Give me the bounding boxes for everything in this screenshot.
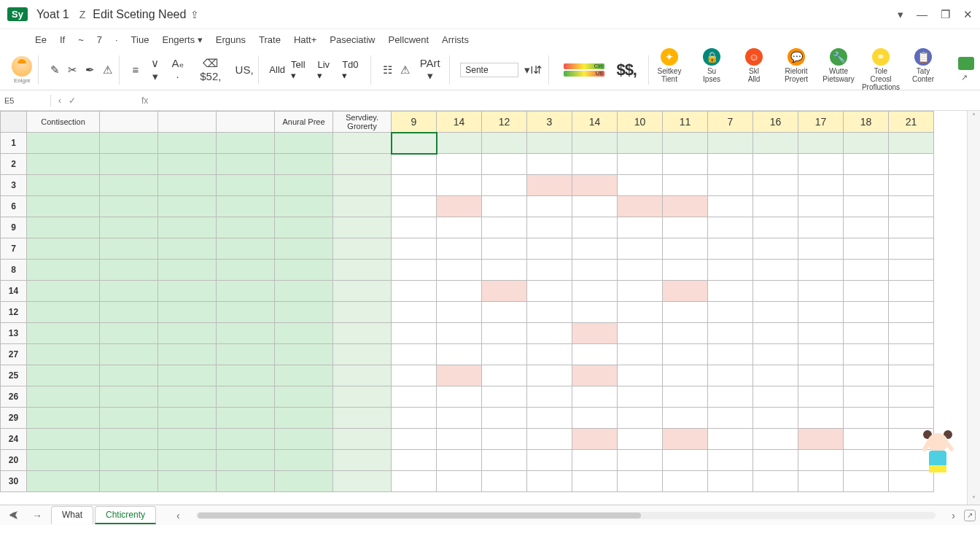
cell[interactable] bbox=[482, 323, 527, 344]
cell[interactable] bbox=[217, 365, 275, 386]
formula-input[interactable] bbox=[155, 94, 980, 107]
cell[interactable] bbox=[527, 133, 572, 154]
row-header[interactable]: 2 bbox=[1, 154, 27, 175]
cell[interactable] bbox=[572, 408, 618, 429]
cell[interactable] bbox=[158, 365, 217, 386]
wrap-button[interactable]: PArt ▾ bbox=[416, 57, 443, 82]
cell[interactable] bbox=[844, 450, 889, 471]
cell[interactable] bbox=[844, 260, 889, 281]
column-header[interactable] bbox=[100, 112, 158, 133]
document-title[interactable]: Yoat 1 bbox=[36, 8, 69, 21]
cell[interactable] bbox=[217, 238, 275, 260]
cell[interactable] bbox=[437, 408, 482, 429]
sidebar-toggle[interactable]: ↗ bbox=[954, 57, 974, 82]
scroll-up-icon[interactable]: ˄ bbox=[972, 112, 976, 120]
cell[interactable] bbox=[844, 217, 889, 238]
cell[interactable] bbox=[275, 217, 333, 238]
cell[interactable] bbox=[217, 281, 275, 302]
cell[interactable] bbox=[572, 302, 618, 323]
cell[interactable] bbox=[437, 260, 482, 281]
edit-button[interactable]: ⚠ bbox=[101, 63, 113, 77]
column-header[interactable]: 9 bbox=[392, 112, 437, 133]
cell[interactable] bbox=[618, 175, 663, 196]
cell[interactable] bbox=[844, 238, 889, 260]
row-header[interactable]: 29 bbox=[1, 408, 27, 429]
cell[interactable] bbox=[663, 175, 708, 196]
cell[interactable] bbox=[333, 344, 392, 365]
cell[interactable] bbox=[392, 471, 437, 492]
cell[interactable] bbox=[572, 175, 618, 196]
fx-icon[interactable]: fx bbox=[141, 96, 148, 106]
row-header[interactable]: 7 bbox=[1, 238, 27, 260]
column-header[interactable]: 21 bbox=[889, 112, 934, 133]
scroll-down-icon[interactable]: ˅ bbox=[972, 495, 976, 503]
cell[interactable] bbox=[333, 217, 392, 238]
cell[interactable] bbox=[437, 365, 482, 386]
cell[interactable] bbox=[708, 302, 753, 323]
cell[interactable] bbox=[275, 344, 333, 365]
number-button[interactable]: ⌫ $52, bbox=[192, 57, 230, 82]
cell[interactable] bbox=[275, 386, 333, 408]
cell[interactable] bbox=[158, 408, 217, 429]
cell[interactable] bbox=[392, 238, 437, 260]
cell[interactable] bbox=[100, 365, 158, 386]
cell[interactable] bbox=[217, 175, 275, 196]
cell[interactable] bbox=[618, 344, 663, 365]
cell[interactable] bbox=[437, 302, 482, 323]
cell[interactable] bbox=[27, 154, 100, 175]
cell[interactable] bbox=[217, 133, 275, 154]
row-header[interactable]: 26 bbox=[1, 386, 27, 408]
cell[interactable] bbox=[572, 281, 618, 302]
cell[interactable] bbox=[798, 133, 844, 154]
cell[interactable] bbox=[482, 154, 527, 175]
currency-format-button[interactable]: $$, bbox=[616, 61, 637, 79]
cell[interactable] bbox=[392, 450, 437, 471]
align-button[interactable]: Tell ▾ bbox=[291, 59, 311, 81]
extension-people[interactable]: ✦SeitkeyTient bbox=[653, 48, 685, 91]
cell[interactable] bbox=[482, 238, 527, 260]
cell[interactable] bbox=[275, 408, 333, 429]
cell[interactable] bbox=[333, 175, 392, 196]
row-header[interactable]: 25 bbox=[1, 365, 27, 386]
cell[interactable] bbox=[527, 450, 572, 471]
menu-item[interactable]: Ee bbox=[35, 34, 47, 45]
cell[interactable] bbox=[753, 386, 798, 408]
cell[interactable] bbox=[527, 323, 572, 344]
cell[interactable] bbox=[618, 281, 663, 302]
cell[interactable] bbox=[798, 471, 844, 492]
cell[interactable] bbox=[753, 260, 798, 281]
align-button[interactable]: Alld bbox=[269, 64, 285, 75]
cell[interactable] bbox=[753, 154, 798, 175]
cell[interactable] bbox=[527, 344, 572, 365]
cell[interactable] bbox=[708, 365, 753, 386]
cell[interactable] bbox=[333, 323, 392, 344]
cell[interactable] bbox=[392, 344, 437, 365]
cell[interactable] bbox=[753, 471, 798, 492]
cell[interactable] bbox=[158, 386, 217, 408]
cell[interactable] bbox=[708, 429, 753, 450]
cell[interactable] bbox=[333, 238, 392, 260]
window-dropdown-icon[interactable]: ▾ bbox=[898, 8, 903, 21]
cell[interactable] bbox=[527, 238, 572, 260]
extension-lock[interactable]: 🔒SuIpses bbox=[696, 48, 728, 91]
cell[interactable] bbox=[844, 133, 889, 154]
row-header[interactable]: 8 bbox=[1, 260, 27, 281]
cell[interactable] bbox=[275, 133, 333, 154]
cell[interactable] bbox=[158, 154, 217, 175]
cell[interactable] bbox=[889, 217, 934, 238]
column-header[interactable]: 14 bbox=[572, 112, 618, 133]
expand-icon[interactable]: ↗ bbox=[961, 73, 968, 82]
cell[interactable] bbox=[889, 175, 934, 196]
cell[interactable] bbox=[275, 175, 333, 196]
cell[interactable] bbox=[618, 196, 663, 217]
menu-item[interactable]: Pellcwent bbox=[388, 34, 429, 45]
window-restore-icon[interactable]: ❐ bbox=[941, 8, 950, 21]
cell[interactable] bbox=[527, 175, 572, 196]
cell[interactable] bbox=[27, 302, 100, 323]
cell[interactable] bbox=[708, 238, 753, 260]
menu-item[interactable]: If bbox=[60, 34, 65, 45]
row-header[interactable]: 12 bbox=[1, 302, 27, 323]
cell[interactable] bbox=[798, 429, 844, 450]
row-header[interactable]: 30 bbox=[1, 471, 27, 492]
cell[interactable] bbox=[217, 450, 275, 471]
